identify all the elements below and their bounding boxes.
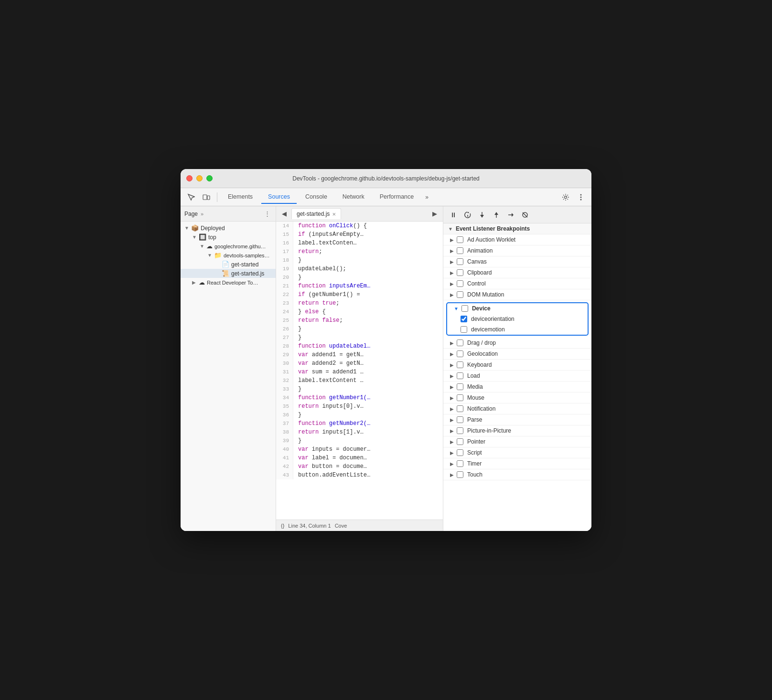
bp-checkbox-ad-auction[interactable] xyxy=(457,236,463,243)
bp-label-picture-in-picture: Picture-in-Picture xyxy=(467,427,511,434)
bp-item-canvas[interactable]: ▶ Canvas xyxy=(443,256,591,267)
svg-rect-0 xyxy=(203,195,207,200)
panel-more-button[interactable]: » xyxy=(201,211,204,217)
breakpoints-list[interactable]: ▼ Event Listener Breakpoints ▶ Ad Auctio… xyxy=(443,223,591,531)
run-snippet-button[interactable]: ▶ xyxy=(429,209,440,219)
bp-checkbox-deviceorientation[interactable] xyxy=(461,316,467,322)
code-line-15: 15 if (inputsAreEmpty… xyxy=(276,230,443,239)
event-listener-breakpoints-header[interactable]: ▼ Event Listener Breakpoints xyxy=(443,223,591,234)
tab-elements[interactable]: Elements xyxy=(221,191,259,204)
bp-checkbox-geolocation[interactable] xyxy=(457,350,463,357)
inspect-icon[interactable] xyxy=(184,191,198,204)
bp-checkbox-script[interactable] xyxy=(457,449,463,456)
more-options-icon[interactable] xyxy=(574,191,588,204)
device-toggle-icon[interactable] xyxy=(200,191,213,204)
bp-checkbox-notification[interactable] xyxy=(457,405,463,412)
code-line-38: 38 return inputs[1].v… xyxy=(276,428,443,436)
bp-item-touch[interactable]: ▶ Touch xyxy=(443,469,591,480)
tab-network[interactable]: Network xyxy=(336,191,371,204)
code-file-tab-get-started-js[interactable]: get-started.js × xyxy=(291,208,341,219)
bp-checkbox-control[interactable] xyxy=(457,280,463,287)
maximize-button[interactable] xyxy=(206,175,213,181)
tree-item-get-started[interactable]: 📄 get-started xyxy=(181,260,276,269)
tree-item-react-dev[interactable]: ▶ ☁ React Developer To… xyxy=(181,278,276,287)
bp-item-device[interactable]: ▼ Device xyxy=(447,303,588,314)
bp-checkbox-touch[interactable] xyxy=(457,471,463,478)
tree-item-top[interactable]: ▼ 🔲 top xyxy=(181,233,276,242)
bp-checkbox-devicemotion[interactable] xyxy=(461,326,467,333)
panel-header-actions: ⋮ xyxy=(262,209,272,219)
step-into-button[interactable] xyxy=(476,209,488,221)
bp-item-geolocation[interactable]: ▶ Geolocation xyxy=(443,349,591,360)
svg-point-3 xyxy=(580,194,582,195)
bp-checkbox-picture-in-picture[interactable] xyxy=(457,427,463,434)
code-line-25: 25 return false; xyxy=(276,316,443,325)
deactivate-breakpoints-button[interactable] xyxy=(519,209,531,221)
bp-checkbox-timer[interactable] xyxy=(457,460,463,467)
step-button[interactable] xyxy=(504,209,517,221)
bp-item-ad-auction[interactable]: ▶ Ad Auction Worklet xyxy=(443,234,591,245)
tree-item-googlechrome[interactable]: ▼ ☁ googlechrome.githu… xyxy=(181,242,276,251)
bp-item-picture-in-picture[interactable]: ▶ Picture-in-Picture xyxy=(443,425,591,436)
bp-item-devicemotion[interactable]: devicemotion xyxy=(447,324,588,335)
cloud-icon-react: ☁ xyxy=(199,279,205,286)
format-button[interactable]: {} xyxy=(281,523,284,529)
tab-sources[interactable]: Sources xyxy=(261,191,297,204)
bp-arrow-control: ▶ xyxy=(450,281,454,286)
bp-checkbox-media[interactable] xyxy=(457,383,463,390)
settings-icon[interactable] xyxy=(559,191,572,204)
bp-arrow-clipboard: ▶ xyxy=(450,270,454,276)
step-out-button[interactable] xyxy=(490,209,503,221)
bp-checkbox-keyboard[interactable] xyxy=(457,361,463,368)
main-toolbar: Elements Sources Console Network Perform… xyxy=(181,188,591,206)
bp-item-clipboard[interactable]: ▶ Clipboard xyxy=(443,267,591,278)
bp-item-pointer[interactable]: ▶ Pointer xyxy=(443,436,591,447)
back-navigation-button[interactable]: ◀ xyxy=(279,209,290,219)
tab-console[interactable]: Console xyxy=(299,191,334,204)
bp-item-load[interactable]: ▶ Load xyxy=(443,371,591,382)
bp-item-media[interactable]: ▶ Media xyxy=(443,382,591,392)
bp-label-load: Load xyxy=(467,372,480,379)
minimize-button[interactable] xyxy=(196,175,203,181)
bp-item-deviceorientation[interactable]: deviceorientation xyxy=(447,314,588,324)
tree-item-devtools[interactable]: ▼ 📁 devtools-samples… xyxy=(181,251,276,260)
code-line-31: 31 var sum = addend1 … xyxy=(276,368,443,376)
bp-checkbox-device[interactable] xyxy=(461,305,468,312)
bp-label-script: Script xyxy=(467,449,482,456)
bp-item-timer[interactable]: ▶ Timer xyxy=(443,458,591,469)
bp-checkbox-dom-mutation[interactable] xyxy=(457,291,463,298)
bp-checkbox-pointer[interactable] xyxy=(457,438,463,445)
bp-checkbox-canvas[interactable] xyxy=(457,258,463,265)
bp-label-notification: Notification xyxy=(467,405,495,412)
bp-checkbox-mouse[interactable] xyxy=(457,394,463,401)
bp-item-drag-drop[interactable]: ▶ Drag / drop xyxy=(443,338,591,349)
bp-checkbox-parse[interactable] xyxy=(457,416,463,423)
bp-item-dom-mutation[interactable]: ▶ DOM Mutation xyxy=(443,289,591,300)
panel-sync-button[interactable]: ⋮ xyxy=(262,209,272,219)
tree-item-deployed[interactable]: ▼ 📦 Deployed xyxy=(181,223,276,233)
tree-arrow-react: ▶ xyxy=(192,280,199,285)
bp-label-ad-auction: Ad Auction Worklet xyxy=(467,236,515,243)
bp-checkbox-drag-drop[interactable] xyxy=(457,339,463,346)
code-line-29: 29 var addend1 = getN… xyxy=(276,350,443,359)
tree-item-get-started-js[interactable]: 📜 get-started.js xyxy=(181,269,276,278)
pause-button[interactable]: ⏸ xyxy=(447,209,460,221)
bp-checkbox-clipboard[interactable] xyxy=(457,269,463,276)
more-tabs-button[interactable]: » xyxy=(422,192,431,202)
code-editor[interactable]: 14 function onClick() { 15 if (inputsAre… xyxy=(276,222,443,520)
tab-performance[interactable]: Performance xyxy=(373,191,421,204)
bp-item-animation[interactable]: ▶ Animation xyxy=(443,245,591,256)
bp-item-script[interactable]: ▶ Script xyxy=(443,447,591,458)
bp-item-parse[interactable]: ▶ Parse xyxy=(443,414,591,425)
close-tab-button[interactable]: × xyxy=(332,211,336,217)
step-over-button[interactable] xyxy=(461,209,474,221)
bp-checkbox-load[interactable] xyxy=(457,372,463,379)
bp-item-mouse[interactable]: ▶ Mouse xyxy=(443,392,591,403)
bp-label-mouse: Mouse xyxy=(467,394,484,401)
close-button[interactable] xyxy=(186,175,193,181)
bp-checkbox-animation[interactable] xyxy=(457,247,463,254)
svg-rect-1 xyxy=(207,196,210,200)
bp-item-notification[interactable]: ▶ Notification xyxy=(443,403,591,414)
bp-item-keyboard[interactable]: ▶ Keyboard xyxy=(443,360,591,371)
bp-item-control[interactable]: ▶ Control xyxy=(443,278,591,289)
